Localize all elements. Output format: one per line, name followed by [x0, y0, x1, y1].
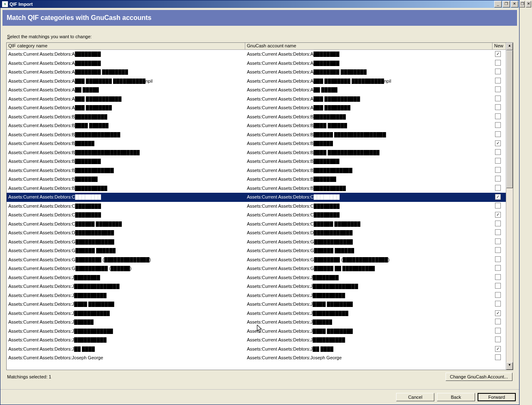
cell-new-checkbox[interactable] [493, 292, 503, 299]
checkbox-icon[interactable] [495, 185, 501, 191]
cell-new-checkbox[interactable] [493, 220, 503, 228]
table-row[interactable]: Assets:Current Assets:Debtors:J█████████… [7, 327, 506, 336]
table-row[interactable]: Assets:Current Assets:Debtors:A████████A… [7, 50, 506, 59]
cell-new-checkbox[interactable] [493, 59, 503, 67]
table-row[interactable]: Assets:Current Assets:Debtors:J████ ████… [7, 300, 506, 309]
back-button[interactable]: Back [437, 393, 475, 401]
checkbox-icon[interactable] [495, 301, 501, 307]
checkbox-icon[interactable] [495, 336, 501, 342]
cell-new-checkbox[interactable] [493, 265, 503, 272]
table-row[interactable]: Assets:Current Assets:Debtors:A███ █████… [7, 95, 506, 104]
table-row[interactable]: Assets:Current Assets:Debtors:G████████ … [7, 255, 506, 265]
checkbox-icon[interactable]: ✓ [495, 51, 501, 57]
table-row[interactable]: Assets:Current Assets:Debtors:G█████████… [7, 238, 506, 247]
cell-new-checkbox[interactable] [493, 175, 503, 183]
cell-new-checkbox[interactable] [493, 104, 503, 111]
checkbox-icon[interactable] [495, 354, 501, 360]
table-row[interactable]: Assets:Current Assets:Debtors:J██ ████As… [7, 345, 506, 354]
checkbox-icon[interactable] [495, 247, 501, 253]
cell-new-checkbox[interactable]: ✓ [493, 211, 503, 218]
checkbox-icon[interactable] [495, 69, 501, 74]
cell-new-checkbox[interactable] [493, 247, 503, 254]
cell-new-checkbox[interactable] [493, 77, 503, 85]
col-qif-category[interactable]: QIF category name [7, 43, 245, 49]
table-row[interactable]: Assets:Current Assets:Debtors:C████████A… [7, 211, 506, 220]
table-row[interactable]: Assets:Current Assets:Debtors:J█████████… [7, 282, 506, 291]
table-row[interactable]: Assets:Current Assets:Debtors:B████ ████… [7, 121, 506, 130]
checkbox-icon[interactable] [495, 104, 501, 110]
cell-new-checkbox[interactable] [493, 202, 503, 210]
table-row[interactable]: Assets:Current Assets:Debtors:A███ █████… [7, 103, 506, 113]
cell-new-checkbox[interactable] [493, 131, 503, 138]
table-row[interactable]: Assets:Current Assets:Debtors:B██████Ass… [7, 139, 506, 148]
cell-new-checkbox[interactable] [493, 229, 503, 236]
checkbox-icon[interactable]: ✓ [495, 140, 501, 146]
cell-new-checkbox[interactable] [493, 318, 503, 326]
checkbox-icon[interactable] [495, 167, 501, 173]
checkbox-icon[interactable] [495, 78, 501, 83]
checkbox-icon[interactable] [495, 256, 501, 262]
table-row[interactable]: Assets:Current Assets:Debtors:A██ █████A… [7, 86, 506, 95]
checkbox-icon[interactable] [495, 221, 501, 226]
cell-new-checkbox[interactable] [493, 184, 503, 192]
cell-new-checkbox[interactable] [493, 354, 503, 361]
cell-new-checkbox[interactable] [493, 157, 503, 165]
table-row[interactable]: Assets:Current Assets:Debtors:Joseph Geo… [7, 353, 506, 362]
cell-new-checkbox[interactable] [493, 149, 503, 156]
table-row[interactable]: Assets:Current Assets:Debtors:J████████A… [7, 273, 506, 282]
cell-new-checkbox[interactable] [493, 68, 503, 76]
table-row[interactable]: Assets:Current Assets:Debtors:A████████A… [7, 59, 506, 68]
cell-new-checkbox[interactable]: ✓ [493, 310, 503, 317]
checkbox-icon[interactable] [495, 203, 501, 209]
col-gnucash-account[interactable]: GnuCash account name [245, 43, 493, 49]
checkbox-icon[interactable] [495, 96, 501, 101]
cell-new-checkbox[interactable] [493, 122, 503, 129]
checkbox-icon[interactable] [495, 113, 501, 119]
cell-new-checkbox[interactable]: ✓ [493, 346, 503, 352]
table-row[interactable]: Assets:Current Assets:Debtors:D█████████… [7, 228, 506, 238]
checkbox-icon[interactable]: ✓ [495, 194, 501, 200]
change-account-button[interactable]: Change GnuCash Account... [446, 373, 512, 381]
forward-button[interactable]: Forward [478, 393, 516, 401]
scroll-thumb[interactable] [506, 50, 513, 188]
close-button[interactable]: ✕ [511, 1, 518, 7]
checkbox-icon[interactable] [495, 131, 501, 137]
table-row[interactable]: Assets:Current Assets:Debtors:G█████████… [7, 264, 506, 273]
cancel-button[interactable]: Cancel [396, 393, 434, 401]
table-row[interactable]: Assets:Current Assets:Debtors:A████████ … [7, 68, 506, 77]
table-row[interactable]: Assets:Current Assets:Debtors:C██████ ██… [7, 220, 506, 229]
table-row[interactable]: Assets:Current Assets:Debtors:C████████A… [7, 193, 506, 202]
cell-new-checkbox[interactable] [493, 274, 503, 281]
cell-new-checkbox[interactable] [493, 113, 503, 120]
cell-new-checkbox[interactable] [493, 336, 503, 344]
table-row[interactable]: Assets:Current Assets:Debtors:C████████A… [7, 202, 506, 211]
checkbox-icon[interactable] [495, 265, 501, 271]
checkbox-icon[interactable] [495, 274, 501, 280]
table-row[interactable]: Assets:Current Assets:Debtors:B█████████… [7, 113, 506, 122]
minimize-button[interactable]: _ [494, 1, 502, 7]
cell-new-checkbox[interactable] [493, 95, 503, 103]
titlebar[interactable]: $ QIF Import _ ❐ ✕ [0, 0, 519, 8]
checkbox-icon[interactable]: ✓ [495, 212, 501, 218]
cell-new-checkbox[interactable] [493, 282, 503, 290]
checkbox-icon[interactable] [495, 158, 501, 164]
table-row[interactable]: Assets:Current Assets:Debtors:B█████████… [7, 130, 506, 140]
table-row[interactable]: Assets:Current Assets:Debtors:G██████ ██… [7, 246, 506, 255]
table-row[interactable]: Assets:Current Assets:Debtors:J█████████… [7, 336, 506, 345]
cell-new-checkbox[interactable]: ✓ [493, 140, 503, 147]
checkbox-icon[interactable] [495, 328, 501, 334]
cell-new-checkbox[interactable]: ✓ [493, 194, 503, 200]
table-row[interactable]: Assets:Current Assets:Debtors:B█████████… [7, 184, 506, 193]
table-row[interactable]: Assets:Current Assets:Debtors:J█████████… [7, 309, 506, 318]
checkbox-icon[interactable]: ✓ [495, 346, 501, 352]
scroll-down-button[interactable]: ▼ [506, 362, 513, 370]
table-row[interactable]: Assets:Current Assets:Debtors:A███ █████… [7, 77, 506, 86]
cell-new-checkbox[interactable] [493, 256, 503, 263]
cell-new-checkbox[interactable] [493, 167, 503, 174]
checkbox-icon[interactable] [495, 283, 501, 289]
checkbox-icon[interactable] [495, 176, 501, 182]
cell-new-checkbox[interactable] [493, 238, 503, 245]
checkbox-icon[interactable] [495, 60, 501, 66]
checkbox-icon[interactable] [495, 122, 501, 128]
scroll-up-button[interactable]: ▲ [506, 43, 513, 50]
